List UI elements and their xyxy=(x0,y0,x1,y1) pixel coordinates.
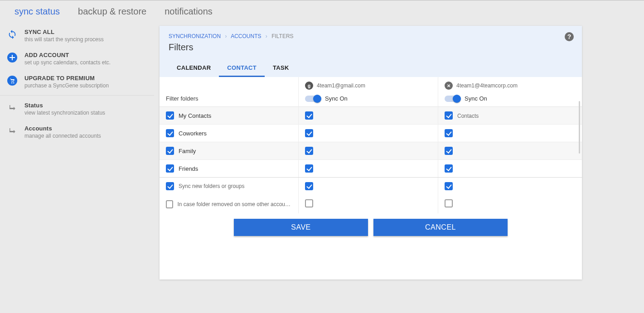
option-account-checkbox[interactable] xyxy=(445,182,453,190)
account-email: 4team1@gmail.com xyxy=(317,82,365,89)
folder-account-checkbox[interactable] xyxy=(305,111,313,120)
sidebar-item-title: SYNC ALL xyxy=(24,29,104,35)
sub-tabs: CALENDAR CONTACT TASK xyxy=(169,60,573,77)
filter-folders-label: Filter folders xyxy=(160,77,298,106)
tab-notifications[interactable]: notifications xyxy=(155,6,222,17)
option-checkbox-delete-removed[interactable] xyxy=(166,200,173,208)
folder-checkbox[interactable] xyxy=(166,111,174,120)
filters-panel: ? SYNCHRONIZATION › ACCOUNTS › FILTERS F… xyxy=(160,26,582,279)
folder-account-checkbox[interactable] xyxy=(445,147,453,155)
folder-checkbox[interactable] xyxy=(166,129,174,137)
sidebar-item-sub: view latest synchronization status xyxy=(24,110,105,116)
sub-tab-calendar[interactable]: CALENDAR xyxy=(169,60,219,77)
account-email: 4team1@4teamcorp.com xyxy=(456,82,518,89)
svg-point-1 xyxy=(7,76,17,86)
folder-name: Family xyxy=(179,148,196,154)
folder-checkbox[interactable] xyxy=(166,164,174,173)
option-row-sync-new: Sync new folders or groups xyxy=(160,178,582,195)
breadcrumb: SYNCHRONIZATION › ACCOUNTS › FILTERS xyxy=(169,33,573,39)
breadcrumb-accounts[interactable]: ACCOUNTS xyxy=(231,33,261,39)
folder-row: Coworkers xyxy=(160,125,582,142)
sidebar-item-sub: set up sync calendars, contacts etc. xyxy=(24,59,111,66)
breadcrumb-filters: FILTERS xyxy=(271,33,293,39)
scrollbar[interactable] xyxy=(579,101,580,154)
folder-account-checkbox[interactable] xyxy=(305,147,313,155)
sidebar-item-sub: purchase a SyncGene subscription xyxy=(24,82,109,89)
sync-toggle-account-1[interactable] xyxy=(305,96,320,102)
option-checkbox-sync-new[interactable] xyxy=(166,182,174,190)
sync-toggle-label: Sync On xyxy=(325,95,348,102)
arrow-sub-icon xyxy=(6,125,18,137)
folder-row: Friends xyxy=(160,160,582,178)
option-account-checkbox[interactable] xyxy=(305,182,313,190)
sidebar-item-title: Status xyxy=(24,102,105,109)
option-row-delete-removed: In case folder removed on some other acc… xyxy=(160,195,582,213)
folder-row: My Contacts Contacts xyxy=(160,107,582,125)
breadcrumb-synchronization[interactable]: SYNCHRONIZATION xyxy=(169,33,221,39)
sidebar-item-title: UPGRADE TO PREMIUM xyxy=(24,75,109,82)
folder-account-checkbox[interactable] xyxy=(305,164,313,173)
sidebar-item-sub: manage all connected accounts xyxy=(24,133,101,139)
sub-tab-task[interactable]: TASK xyxy=(265,60,297,77)
plus-circle-icon xyxy=(6,52,18,63)
folder-alt-label: Contacts xyxy=(457,113,479,119)
folder-name: Friends xyxy=(179,165,198,172)
tab-backup-restore[interactable]: backup & restore xyxy=(69,6,155,17)
sidebar-item-add-account[interactable]: ADD ACCOUNT set up sync calendars, conta… xyxy=(0,47,154,70)
option-account-checkbox[interactable] xyxy=(305,199,313,207)
cancel-button[interactable]: CANCEL xyxy=(373,219,508,236)
sidebar-item-sync-all[interactable]: SYNC ALL this will start the syncing pro… xyxy=(0,24,154,47)
sidebar-item-status[interactable]: Status view latest synchronization statu… xyxy=(0,97,154,120)
folder-row: Family xyxy=(160,142,582,160)
sidebar: SYNC ALL this will start the syncing pro… xyxy=(0,22,154,279)
panel-title: Filters xyxy=(169,42,573,53)
sidebar-item-title: ADD ACCOUNT xyxy=(24,52,111,58)
folder-checkbox[interactable] xyxy=(166,147,174,155)
help-icon[interactable]: ? xyxy=(565,32,574,41)
sync-toggle-label: Sync On xyxy=(465,95,487,102)
cart-circle-icon xyxy=(6,75,18,87)
arrow-sub-icon xyxy=(6,102,18,114)
folder-account-checkbox[interactable] xyxy=(445,164,453,173)
sync-icon xyxy=(6,29,18,40)
folder-name: My Contacts xyxy=(179,112,211,119)
folder-account-checkbox[interactable] xyxy=(445,111,453,120)
sidebar-item-title: Accounts xyxy=(24,125,101,132)
sidebar-item-upgrade-premium[interactable]: UPGRADE TO PREMIUM purchase a SyncGene s… xyxy=(0,70,154,93)
google-account-icon: g xyxy=(305,82,313,90)
sub-tab-contact[interactable]: CONTACT xyxy=(219,60,265,77)
folder-name: Coworkers xyxy=(179,130,207,137)
exchange-account-icon: ✕ xyxy=(445,82,453,90)
top-tabs: sync status backup & restore notificatio… xyxy=(0,0,644,22)
folder-account-checkbox[interactable] xyxy=(445,129,453,137)
tab-sync-status[interactable]: sync status xyxy=(5,6,69,17)
save-button[interactable]: SAVE xyxy=(234,219,368,236)
sidebar-item-accounts[interactable]: Accounts manage all connected accounts xyxy=(0,120,154,144)
sidebar-item-sub: this will start the syncing process xyxy=(24,36,104,43)
option-label: In case folder removed on some other acc… xyxy=(178,201,292,207)
sync-toggle-account-2[interactable] xyxy=(445,96,460,102)
folder-account-checkbox[interactable] xyxy=(305,129,313,137)
option-label: Sync new folders or groups xyxy=(179,183,244,189)
option-account-checkbox[interactable] xyxy=(445,199,453,207)
